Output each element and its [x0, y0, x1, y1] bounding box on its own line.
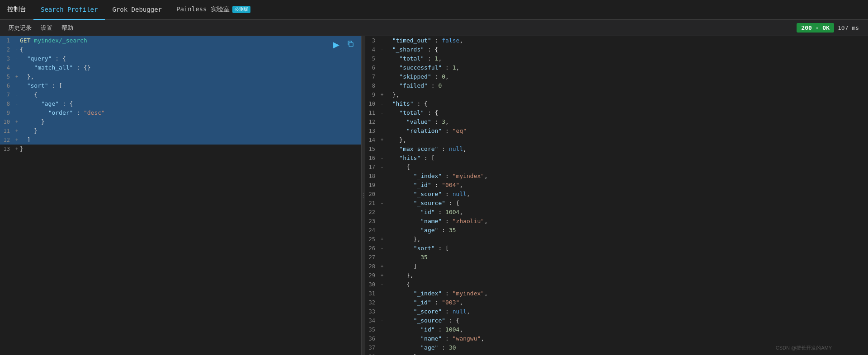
line-content: "_id" : "004",	[385, 181, 864, 190]
line-number: 6	[365, 63, 379, 72]
sub-nav: 历史记录 设置 帮助 200 - OK 107 ms	[0, 20, 868, 36]
svg-rect-0	[349, 42, 353, 47]
line-number: 33	[365, 307, 379, 316]
fold-icon[interactable]: -	[14, 99, 20, 108]
line-content: "_index" : "myindex",	[385, 289, 864, 298]
line-content: {	[385, 163, 864, 172]
fold-icon[interactable]: -	[379, 45, 385, 54]
fold-icon[interactable]: +	[14, 135, 20, 145]
line-content: },	[385, 271, 864, 280]
table-row: 18 "_index" : "myindex",	[365, 172, 868, 181]
table-row: 12 "value" : 3,	[365, 117, 868, 126]
fold-icon[interactable]: +	[379, 135, 385, 145]
fold-icon[interactable]: +	[379, 352, 385, 355]
table-row: 27 35	[365, 253, 868, 262]
table-row: 17- {	[365, 163, 868, 172]
line-number: 19	[365, 181, 379, 190]
fold-icon[interactable]: -	[379, 244, 385, 253]
fold-icon[interactable]: +	[379, 235, 385, 244]
line-content: }	[20, 126, 358, 135]
line-content: "sort" : [	[20, 81, 358, 90]
line-number: 3	[365, 36, 379, 45]
fold-icon[interactable]: -	[379, 316, 385, 325]
line-number: 7	[365, 72, 379, 81]
line-number: 34	[365, 316, 379, 325]
line-number: 37	[365, 343, 379, 352]
line-number: 2	[0, 45, 14, 54]
line-content: "skipped" : 0,	[385, 72, 864, 81]
line-number: 13	[0, 145, 14, 154]
fold-icon[interactable]: -	[14, 90, 20, 99]
table-row: 36 "name" : "wangwu",	[365, 334, 868, 343]
fold-icon[interactable]: -	[14, 81, 20, 90]
tab-painless-lab[interactable]: Painless 实验室 公测版	[169, 0, 258, 20]
fold-icon[interactable]: -	[379, 280, 385, 289]
tab-console[interactable]: 控制台	[0, 0, 33, 20]
fold-icon[interactable]: +	[14, 145, 20, 154]
table-row: 20 "_score" : null,	[365, 190, 868, 199]
watermark: CSDN @擅长开发的AMY	[776, 345, 832, 351]
table-row: 34- "_source" : {	[365, 316, 868, 325]
table-row: 5+ },	[0, 72, 361, 81]
fold-icon[interactable]: -	[379, 99, 385, 108]
table-row: 3- "query" : {	[0, 54, 361, 63]
line-content: "sort" : [	[385, 244, 864, 253]
fold-icon[interactable]: +	[379, 271, 385, 280]
subnav-settings[interactable]: 设置	[36, 20, 57, 36]
line-number: 6	[0, 81, 14, 90]
copy-button[interactable]	[345, 39, 356, 51]
line-content: },	[385, 235, 864, 244]
fold-icon[interactable]: -	[14, 45, 20, 54]
line-number: 17	[365, 163, 379, 172]
line-content: "timed_out" : false,	[385, 36, 864, 45]
fold-icon[interactable]: +	[14, 117, 20, 126]
line-number: 10	[0, 117, 14, 126]
table-row: 31 "_index" : "myindex",	[365, 289, 868, 298]
line-number: 30	[365, 280, 379, 289]
line-content: "_index" : "myindex",	[385, 172, 864, 181]
tab-grok-debugger[interactable]: Grok Debugger	[105, 0, 169, 20]
response-time: 107 ms	[838, 24, 859, 31]
line-number: 21	[365, 199, 379, 208]
drag-handle[interactable]: ⋮	[362, 36, 365, 355]
line-content: },	[385, 352, 864, 355]
code-editor[interactable]: 1GET myindex/_search2-{3- "query" : {4 "…	[0, 36, 361, 355]
fold-icon[interactable]: +	[14, 72, 20, 81]
table-row: 8- "age" : {	[0, 99, 361, 108]
fold-icon[interactable]: +	[14, 126, 20, 135]
subnav-history[interactable]: 历史记录	[4, 20, 36, 36]
line-number: 8	[365, 81, 379, 90]
result-area[interactable]: 3 "timed_out" : false,4- "_shards" : {5 …	[365, 36, 868, 355]
fold-icon[interactable]: +	[379, 90, 385, 99]
table-row: 13 "relation" : "eq"	[365, 126, 868, 135]
line-number: 14	[365, 135, 379, 145]
fold-icon[interactable]: +	[379, 262, 385, 271]
table-row: 12+ ]	[0, 135, 361, 145]
subnav-help[interactable]: 帮助	[57, 20, 78, 36]
table-row: 16- "hits" : [	[365, 154, 868, 163]
line-content: "query" : {	[20, 54, 358, 63]
fold-icon[interactable]: -	[379, 163, 385, 172]
table-row: 13+}	[0, 145, 361, 154]
line-content: "id" : 1004,	[385, 208, 864, 217]
fold-icon[interactable]: -	[379, 199, 385, 208]
table-row: 26- "sort" : [	[365, 244, 868, 253]
fold-icon[interactable]: -	[379, 154, 385, 163]
line-number: 11	[365, 108, 379, 117]
line-content: "match_all" : {}	[20, 63, 358, 72]
status-ok-badge: 200 - OK	[797, 23, 834, 33]
line-content: "total" : {	[385, 108, 864, 117]
run-button[interactable]: ▶	[331, 39, 341, 51]
fold-icon[interactable]: -	[379, 108, 385, 117]
line-content: "name" : "wangwu",	[385, 334, 864, 343]
line-content: "id" : 1004,	[385, 325, 864, 334]
line-content: "order" : "desc"	[20, 108, 358, 117]
table-row: 9+ },	[365, 90, 868, 99]
line-content: "failed" : 0	[385, 81, 864, 90]
tab-search-profiler[interactable]: Search Profiler	[33, 0, 105, 20]
table-row: 4- "_shards" : {	[365, 45, 868, 54]
table-row: 29+ },	[365, 271, 868, 280]
line-number: 36	[365, 334, 379, 343]
line-content: GET myindex/_search	[20, 36, 358, 45]
fold-icon[interactable]: -	[14, 54, 20, 63]
